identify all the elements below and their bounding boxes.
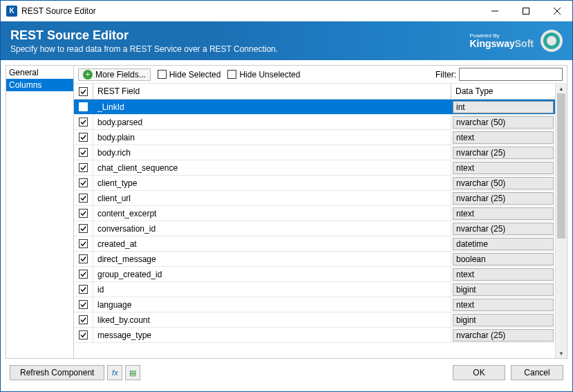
field-name-cell[interactable]: conversation_id <box>93 221 451 236</box>
table-row[interactable]: conversation_idnvarchar (25) <box>74 221 555 236</box>
table-row[interactable]: languagentext <box>74 297 555 312</box>
data-type-cell[interactable]: int <box>451 100 555 114</box>
checkbox-icon <box>158 70 167 79</box>
field-name-cell[interactable]: body.plain <box>93 130 451 144</box>
table-row[interactable]: body.plainntext <box>74 130 555 145</box>
data-type-cell[interactable]: ntext <box>451 130 555 144</box>
field-name-cell[interactable]: id <box>93 282 451 297</box>
table-row[interactable]: client_typenvarchar (50) <box>74 176 555 191</box>
row-checkbox[interactable] <box>74 115 93 129</box>
grid-wrap: REST Field Data Type _LinkIdintbody.pars… <box>74 84 567 358</box>
maximize-button[interactable] <box>510 1 541 21</box>
minimize-button[interactable] <box>479 1 510 21</box>
field-name-cell[interactable]: client_type <box>93 176 451 190</box>
row-checkbox[interactable] <box>74 160 93 175</box>
row-checkbox[interactable] <box>74 252 93 266</box>
more-fields-button[interactable]: + More Fields... <box>78 68 151 81</box>
sidebar-item-columns[interactable]: Columns <box>6 79 73 91</box>
data-type-cell[interactable]: ntext <box>451 206 555 221</box>
scroll-thumb[interactable] <box>557 93 565 239</box>
field-name-cell[interactable]: body.parsed <box>93 115 451 129</box>
table-row[interactable]: chat_client_sequencentext <box>74 160 555 176</box>
table-row[interactable]: content_excerptntext <box>74 206 555 221</box>
data-type-cell[interactable]: ntext <box>451 297 555 312</box>
row-checkbox[interactable] <box>74 221 93 236</box>
data-type-cell[interactable]: nvarchar (25) <box>451 328 555 342</box>
hide-selected-checkbox[interactable]: Hide Selected <box>158 70 221 80</box>
close-button[interactable] <box>541 1 572 21</box>
table-row[interactable]: group_created_idntext <box>74 267 555 282</box>
table-row[interactable]: liked_by.countbigint <box>74 312 555 328</box>
field-name-cell[interactable]: message_type <box>93 328 451 342</box>
vertical-scrollbar[interactable]: ▲ ▼ <box>555 84 567 358</box>
field-name-cell[interactable]: client_url <box>93 191 451 205</box>
scroll-up-icon[interactable]: ▲ <box>556 84 567 93</box>
row-checkbox[interactable] <box>74 282 93 297</box>
header-data-type[interactable]: Data Type <box>451 84 555 99</box>
filter-input[interactable] <box>459 68 563 81</box>
data-type-cell[interactable]: ntext <box>451 160 555 175</box>
row-checkbox[interactable] <box>74 236 93 251</box>
field-name-cell[interactable]: body.rich <box>93 145 451 160</box>
field-name-cell[interactable]: chat_client_sequence <box>93 160 451 175</box>
sidebar-item-general[interactable]: General <box>6 66 73 79</box>
table-row[interactable]: client_urlnvarchar (25) <box>74 191 555 206</box>
columns-grid[interactable]: REST Field Data Type _LinkIdintbody.pars… <box>74 84 555 358</box>
cancel-button[interactable]: Cancel <box>511 365 563 380</box>
checkbox-icon <box>227 70 236 79</box>
row-checkbox[interactable] <box>74 267 93 281</box>
table-row[interactable]: idbigint <box>74 282 555 297</box>
table-row[interactable]: direct_messageboolean <box>74 252 555 267</box>
window-buttons <box>479 1 572 21</box>
field-name-cell[interactable]: created_at <box>93 236 451 251</box>
data-type-cell[interactable]: boolean <box>451 252 555 266</box>
hide-unselected-checkbox[interactable]: Hide Unselected <box>227 70 300 80</box>
table-row[interactable]: body.parsednvarchar (50) <box>74 115 555 130</box>
row-checkbox[interactable] <box>74 145 93 160</box>
banner-title: REST Source Editor <box>10 28 469 43</box>
data-type-cell[interactable]: nvarchar (25) <box>451 145 555 160</box>
table-row[interactable]: created_atdatetime <box>74 236 555 252</box>
row-checkbox[interactable] <box>74 176 93 190</box>
row-checkbox[interactable] <box>74 312 93 327</box>
row-checkbox[interactable] <box>74 206 93 221</box>
header-checkbox[interactable] <box>74 84 93 99</box>
row-checkbox[interactable] <box>74 328 93 342</box>
scroll-down-icon[interactable]: ▼ <box>556 348 567 358</box>
toolbar: + More Fields... Hide Selected Hide Unse… <box>74 66 567 84</box>
avatar-icon <box>541 30 563 52</box>
field-name-cell[interactable]: direct_message <box>93 252 451 266</box>
column-properties-button[interactable]: ▤ <box>125 365 140 380</box>
refresh-component-button[interactable]: Refresh Component <box>10 365 104 380</box>
row-checkbox[interactable] <box>74 100 93 114</box>
field-name-cell[interactable]: content_excerpt <box>93 206 451 221</box>
data-type-cell[interactable]: ntext <box>451 267 555 281</box>
data-type-cell[interactable]: bigint <box>451 312 555 327</box>
grid-body: _LinkIdintbody.parsednvarchar (50)body.p… <box>74 100 555 343</box>
content: + More Fields... Hide Selected Hide Unse… <box>74 66 567 358</box>
header-rest-field[interactable]: REST Field <box>93 84 451 99</box>
grid-header: REST Field Data Type <box>74 84 555 100</box>
field-name-cell[interactable]: language <box>93 297 451 312</box>
data-type-cell[interactable]: datetime <box>451 236 555 251</box>
data-type-cell[interactable]: nvarchar (25) <box>451 191 555 205</box>
table-row[interactable]: _LinkIdint <box>74 100 555 115</box>
table-row[interactable]: message_typenvarchar (25) <box>74 328 555 343</box>
field-name-cell[interactable]: group_created_id <box>93 267 451 281</box>
field-name-cell[interactable]: _LinkId <box>93 100 451 114</box>
row-checkbox[interactable] <box>74 191 93 205</box>
data-type-cell[interactable]: nvarchar (50) <box>451 176 555 190</box>
ok-button[interactable]: OK <box>453 365 505 380</box>
data-type-cell[interactable]: nvarchar (25) <box>451 221 555 236</box>
fx-icon: fx <box>112 368 118 377</box>
data-type-cell[interactable]: bigint <box>451 282 555 297</box>
table-row[interactable]: body.richnvarchar (25) <box>74 145 555 160</box>
data-type-cell[interactable]: nvarchar (50) <box>451 115 555 129</box>
footer: Refresh Component fx ▤ OK Cancel <box>6 359 567 386</box>
field-name-cell[interactable]: liked_by.count <box>93 312 451 327</box>
expression-builder-button[interactable]: fx <box>107 365 122 380</box>
row-checkbox[interactable] <box>74 297 93 312</box>
row-checkbox[interactable] <box>74 130 93 144</box>
banner-subtitle: Specify how to read data from a REST Ser… <box>10 44 469 54</box>
header-banner: REST Source Editor Specify how to read d… <box>1 21 572 60</box>
